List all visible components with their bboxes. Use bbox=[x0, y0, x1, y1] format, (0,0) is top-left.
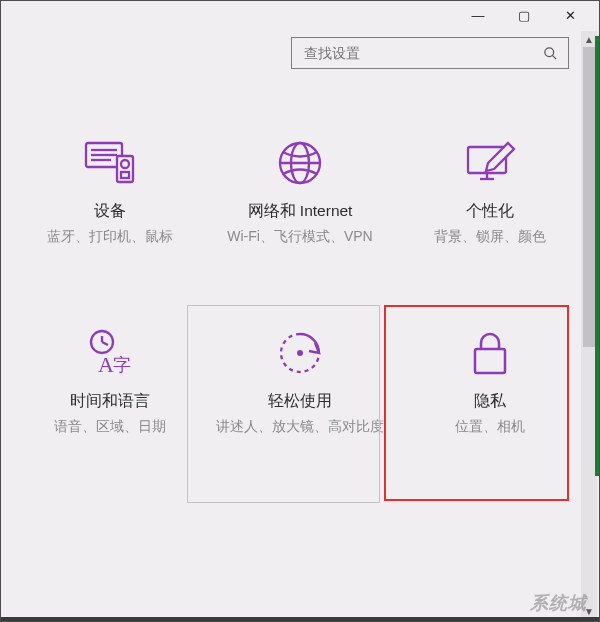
lock-icon bbox=[462, 325, 518, 381]
tile-title: 个性化 bbox=[466, 201, 514, 222]
titlebar: — ▢ ✕ bbox=[1, 1, 599, 29]
settings-grid: 设备 蓝牙、打印机、鼠标 网络和 Internet Wi-Fi、飞行模式、VPN bbox=[1, 127, 599, 487]
maximize-button[interactable]: ▢ bbox=[501, 1, 547, 29]
svg-line-1 bbox=[552, 55, 556, 59]
search-bar bbox=[1, 29, 599, 69]
svg-point-0 bbox=[545, 47, 554, 56]
tile-ease-of-access[interactable]: 轻松使用 讲述人、放大镜、高对比度 bbox=[205, 297, 395, 487]
tile-desc: 讲述人、放大镜、高对比度 bbox=[206, 416, 394, 438]
svg-point-20 bbox=[297, 350, 303, 356]
minimize-button[interactable]: — bbox=[455, 1, 501, 29]
scroll-thumb[interactable] bbox=[583, 47, 595, 347]
tile-network[interactable]: 网络和 Internet Wi-Fi、飞行模式、VPN bbox=[205, 127, 395, 297]
tile-time-language[interactable]: A 字 时间和语言 语音、区域、日期 bbox=[15, 297, 205, 487]
time-lang-icon: A 字 bbox=[82, 325, 138, 381]
tile-title: 网络和 Internet bbox=[248, 201, 353, 222]
svg-text:A: A bbox=[98, 352, 114, 377]
search-icon bbox=[543, 46, 558, 61]
tile-devices[interactable]: 设备 蓝牙、打印机、鼠标 bbox=[15, 127, 205, 297]
search-input[interactable] bbox=[302, 44, 526, 62]
settings-window: — ▢ ✕ bbox=[0, 0, 600, 622]
svg-line-17 bbox=[102, 342, 108, 345]
tile-title: 设备 bbox=[94, 201, 126, 222]
search-box[interactable] bbox=[291, 37, 569, 69]
tile-title: 隐私 bbox=[474, 391, 506, 412]
tile-title: 时间和语言 bbox=[70, 391, 150, 412]
tile-privacy[interactable]: 隐私 位置、相机 bbox=[395, 297, 585, 487]
svg-rect-21 bbox=[475, 349, 505, 373]
tile-desc: Wi-Fi、飞行模式、VPN bbox=[217, 226, 382, 248]
watermark: 系统城 bbox=[530, 591, 587, 615]
ease-icon bbox=[272, 325, 328, 381]
tile-desc: 语音、区域、日期 bbox=[44, 416, 176, 438]
tile-desc: 背景、锁屏、颜色 bbox=[424, 226, 556, 248]
tile-title: 轻松使用 bbox=[268, 391, 332, 412]
personalize-icon bbox=[462, 135, 518, 191]
edge-accent bbox=[595, 36, 599, 476]
devices-icon bbox=[82, 135, 138, 191]
svg-text:字: 字 bbox=[113, 355, 131, 375]
bottom-border bbox=[1, 617, 599, 621]
tile-personalization[interactable]: 个性化 背景、锁屏、颜色 bbox=[395, 127, 585, 297]
globe-icon bbox=[272, 135, 328, 191]
close-button[interactable]: ✕ bbox=[547, 1, 593, 29]
tile-desc: 蓝牙、打印机、鼠标 bbox=[37, 226, 183, 248]
tile-desc: 位置、相机 bbox=[445, 416, 535, 438]
